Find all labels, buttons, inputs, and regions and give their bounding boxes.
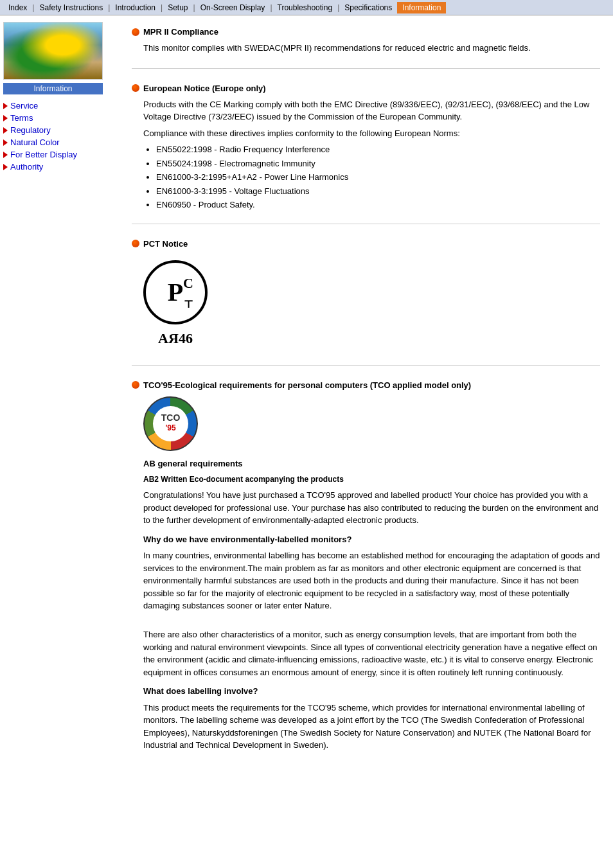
tco-section: TCO'95-Ecological requirements for perso… — [132, 375, 600, 765]
sidebar-image — [3, 22, 103, 80]
sidebar-item-service[interactable]: Service — [3, 100, 116, 112]
sidebar-item-better-display[interactable]: For Better Display — [3, 148, 116, 161]
sidebar-item-natural-color[interactable]: Natural Color — [3, 136, 116, 148]
sidebar-item-terms[interactable]: Terms — [3, 112, 116, 124]
european-compliance: Compliance with these directives implies… — [143, 127, 600, 140]
list-item: EN55022:1998 - Radio Frequency Interfere… — [156, 143, 600, 156]
arrow-icon — [3, 103, 8, 109]
nav-setup[interactable]: Setup — [163, 2, 193, 13]
sidebar-link-terms[interactable]: Terms — [10, 113, 33, 123]
sidebar-item-authority[interactable]: Authority — [3, 161, 116, 173]
pct-header: PCT Notice — [132, 234, 600, 249]
dot-icon — [132, 28, 139, 36]
mpr-header: MPR II Compliance — [132, 22, 600, 37]
european-title: European Notice (Europe only) — [143, 84, 266, 93]
tco-body: TCO '95 AB general requirements AB2 Writ… — [132, 396, 600, 752]
main-layout: Information Service Terms Regulatory Nat… — [0, 15, 613, 781]
sidebar-section-label: Information — [3, 83, 103, 94]
nav-safety[interactable]: Safety Instructions — [34, 2, 108, 13]
sidebar-navigation: Service Terms Regulatory Natural Color F… — [3, 100, 116, 173]
pct-circle: P C⊤ — [143, 260, 208, 324]
ab-general-title: AB general requirements — [143, 457, 600, 470]
tco-logo: TCO '95 — [143, 396, 198, 451]
nav-information[interactable]: Information — [397, 2, 446, 13]
arrow-icon — [3, 115, 8, 121]
sidebar-image-inner — [4, 22, 102, 79]
mpr-title: MPR II Compliance — [143, 27, 218, 37]
mpr-body: This monitor complies with SWEDAC(MPR II… — [132, 42, 600, 55]
why-body2: There are also other characteristics of … — [143, 628, 600, 678]
european-header: European Notice (Europe only) — [132, 78, 600, 93]
list-item: EN61000-3-2:1995+A1+A2 - Power Line Harm… — [156, 171, 600, 184]
why-body: In many countries, environmental labelli… — [143, 549, 600, 612]
pct-body: P C⊤ АЯ46 — [132, 254, 600, 355]
list-item: EN61000-3-3:1995 - Voltage Fluctuations — [156, 185, 600, 198]
european-list: EN55022:1998 - Radio Frequency Interfere… — [143, 143, 600, 211]
european-intro: Products with the CE Marking comply with… — [143, 98, 600, 123]
arrow-icon — [3, 164, 8, 170]
sidebar-link-better-display[interactable]: For Better Display — [10, 150, 77, 159]
arrow-icon — [3, 127, 8, 134]
tco-title: TCO'95-Ecological requirements for perso… — [143, 380, 471, 390]
nav-introduction[interactable]: Introduction — [110, 2, 161, 13]
nav-specifications[interactable]: Specifications — [339, 2, 397, 13]
european-body: Products with the CE Marking comply with… — [132, 98, 600, 211]
dot-icon — [132, 381, 139, 389]
list-item: EN60950 - Product Safety. — [156, 199, 600, 211]
nav-osd[interactable]: On-Screen Display — [195, 2, 271, 13]
sidebar-link-service[interactable]: Service — [10, 101, 38, 111]
arrow-icon — [3, 152, 8, 158]
sidebar-link-natural-color[interactable]: Natural Color — [10, 137, 60, 147]
arrow-icon — [3, 139, 8, 146]
sidebar-item-regulatory[interactable]: Regulatory — [3, 124, 116, 136]
nav-index[interactable]: Index — [3, 2, 32, 13]
nav-troubleshoot[interactable]: Troubleshooting — [272, 2, 338, 13]
pct-title: PCT Notice — [143, 239, 188, 249]
dot-icon — [132, 240, 139, 247]
sidebar: Information Service Terms Regulatory Nat… — [0, 15, 119, 781]
ab2-title: AB2 Written Eco-document acompanying the… — [143, 474, 600, 485]
pct-logo: P C⊤ АЯ46 — [143, 260, 208, 349]
what-title: What does labelling involve? — [143, 685, 600, 698]
tco-logo-inner: TCO '95 — [153, 406, 188, 441]
ab2-body: Congratulations! You have just purchased… — [143, 489, 600, 527]
tco-header: TCO'95-Ecological requirements for perso… — [132, 375, 600, 390]
sidebar-link-authority[interactable]: Authority — [10, 162, 43, 172]
sidebar-link-regulatory[interactable]: Regulatory — [10, 125, 51, 135]
list-item: EN55024:1998 - Electromagnetic Immunity — [156, 157, 600, 170]
content-area: MPR II Compliance This monitor complies … — [119, 15, 613, 781]
why-title: Why do we have environmentally-labelled … — [143, 533, 600, 546]
navigation-bar: Index | Safety Instructions | Introducti… — [0, 0, 613, 15]
european-section: European Notice (Europe only) Products w… — [132, 78, 600, 224]
pct-section: PCT Notice P C⊤ АЯ46 — [132, 234, 600, 366]
dot-icon — [132, 84, 139, 92]
what-body: This product meets the requirements for … — [143, 702, 600, 752]
pct-text: АЯ46 — [143, 328, 208, 349]
mpr-text: This monitor complies with SWEDAC(MPR II… — [143, 42, 600, 55]
mpr-section: MPR II Compliance This monitor complies … — [132, 22, 600, 69]
